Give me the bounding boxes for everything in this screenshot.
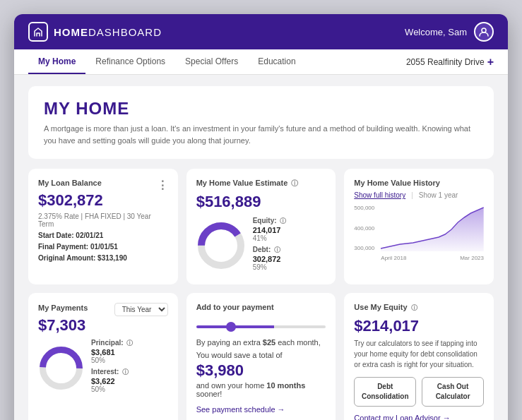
payments-title: My Payments: [38, 304, 88, 312]
main-content: MY HOME A mortgage is more than just a l…: [14, 75, 508, 420]
home-value-title: My Home Value Estimate ⓘ: [196, 179, 326, 188]
nav-bar: My Home Refinance Options Special Offers…: [14, 49, 508, 75]
nav-item-offers[interactable]: Special Offers: [175, 49, 248, 74]
payments-card: My Payments This Year $7,303 Principa: [28, 293, 178, 420]
header-right: Welcome, Sam: [405, 22, 494, 42]
equity-buttons: Debt Consolidation Cash Out Calculator: [354, 377, 484, 407]
payments-donut-area: Principal: ⓘ $3,681 50% Interest: ⓘ $3,: [38, 339, 168, 397]
payments-donut: [38, 345, 84, 391]
nav-address[interactable]: 2055 Realfinity Drive +: [406, 56, 494, 68]
logo-area: HOMEDASHBOARD: [28, 22, 162, 42]
equity-value: $214,017: [354, 317, 484, 335]
loan-start-row: Start Date: 02/01/21: [38, 232, 168, 239]
principal-pct: 50%: [91, 356, 133, 364]
loan-balance-rate: 2.375% Rate | FHA FIXED | 30 Year Term: [38, 212, 168, 228]
history-title: My Home Value History: [354, 179, 484, 187]
address-text: 2055 Realfinity Drive: [406, 57, 485, 67]
payments-legend: Principal: ⓘ $3,681 50% Interest: ⓘ $3,: [91, 339, 133, 397]
logo-light: DASHBOARD: [88, 26, 162, 38]
chart-svg-area: [381, 205, 484, 251]
cash-out-calculator-button[interactable]: Cash Out Calculator: [422, 377, 484, 407]
debt-value: 302,872: [253, 255, 287, 263]
home-value-donut-area: Equity: ⓘ 214,017 41% Debt: ⓘ 302,872: [196, 217, 326, 275]
home-value-legend: Equity: ⓘ 214,017 41% Debt: ⓘ 302,872: [253, 217, 287, 275]
top-cards-grid: My Loan Balance ⋮ $302,872 2.375% Rate |…: [28, 169, 494, 284]
loan-original-row: Original Amount: $313,190: [38, 254, 168, 262]
add-address-icon[interactable]: +: [487, 56, 494, 68]
loan-balance-card: My Loan Balance ⋮ $302,872 2.375% Rate |…: [28, 169, 178, 284]
debt-consolidation-button[interactable]: Debt Consolidation: [354, 377, 416, 407]
add-payment-card: Add to your payment By paying an extra $…: [186, 293, 336, 420]
payment-slider-container: [196, 318, 326, 331]
bottom-cards-grid: My Payments This Year $7,303 Principa: [28, 293, 494, 420]
savings-text: By paying an extra $25 each month, You w…: [196, 337, 326, 361]
principal-value: $3,681: [91, 348, 133, 356]
add-payment-title: Add to your payment: [196, 303, 326, 311]
payments-header: My Payments This Year: [38, 303, 168, 316]
header: HOMEDASHBOARD Welcome, Sam: [14, 14, 508, 49]
hero-description: A mortgage is more than just a loan. It'…: [44, 123, 478, 146]
payment-schedule-link[interactable]: See payment schedule →: [196, 405, 326, 414]
show-full-history-link[interactable]: Show full history: [354, 191, 405, 199]
user-avatar[interactable]: [474, 22, 494, 42]
x-labels: April 2018 Mar 2023: [381, 255, 484, 261]
welcome-text: Welcome, Sam: [405, 27, 467, 37]
principal-legend: Principal: ⓘ $3,681 50%: [91, 339, 133, 364]
payment-slider[interactable]: [196, 325, 326, 328]
extra-amount: $25: [263, 338, 275, 347]
nav-item-refinance[interactable]: Refinance Options: [85, 49, 175, 74]
interest-value: $3,622: [91, 377, 133, 385]
equity-value: 214,017: [253, 226, 287, 234]
months-saved: 10 months: [266, 381, 305, 390]
loan-final-row: Final Payment: 01/01/51: [38, 243, 168, 251]
logo-bold: HOME: [54, 26, 88, 38]
equity-legend-item: Equity: ⓘ 214,017 41%: [253, 217, 287, 242]
chart-controls: Show full history | Show 1 year: [354, 191, 484, 199]
home-value-info-icon: ⓘ: [291, 179, 298, 187]
debt-legend-item: Debt: ⓘ 302,872 59%: [253, 246, 287, 271]
equity-info: ⓘ: [280, 217, 286, 224]
loan-balance-menu[interactable]: ⋮: [157, 179, 168, 192]
interest-legend: Interest: ⓘ $3,622 50%: [91, 368, 133, 393]
svg-point-0: [482, 28, 486, 32]
debt-info: ⓘ: [274, 246, 280, 253]
nav-item-education[interactable]: Education: [248, 49, 305, 74]
logo-text: HOMEDASHBOARD: [54, 26, 162, 38]
y-labels: 500,000 400,000 300,000: [354, 205, 374, 251]
debt-pct: 59%: [253, 263, 287, 271]
equity-title-info: ⓘ: [411, 304, 417, 311]
savings-amount: $3,980: [196, 361, 326, 380]
principal-info: ⓘ: [126, 340, 133, 347]
app-window: HOMEDASHBOARD Welcome, Sam My Home Refin…: [14, 14, 508, 420]
equity-card: Use My Equity ⓘ $214,017 Try our calcula…: [344, 293, 494, 420]
interest-pct: 50%: [91, 385, 133, 393]
nav-item-my-home[interactable]: My Home: [28, 49, 85, 74]
loan-balance-value: $302,872: [38, 191, 168, 210]
equity-title: Use My Equity ⓘ: [354, 303, 484, 313]
loan-advisor-link[interactable]: Contact my Loan Advisor →: [354, 414, 484, 420]
home-value-card: My Home Value Estimate ⓘ $516,889 Equity…: [186, 169, 336, 284]
home-value-amount: $516,889: [196, 193, 326, 211]
nav-items: My Home Refinance Options Special Offers…: [28, 49, 306, 74]
interest-info: ⓘ: [122, 368, 129, 376]
show-year-link[interactable]: Show 1 year: [419, 191, 458, 199]
history-line-chart: [381, 205, 484, 251]
savings-sub: and own your home 10 months sooner!: [196, 381, 326, 398]
history-card: My Home Value History Show full history …: [344, 169, 494, 284]
chart-sep: |: [411, 191, 413, 199]
history-chart: 500,000 400,000 300,000: [354, 205, 484, 261]
equity-description: Try our calculators to see if tapping in…: [354, 338, 484, 370]
payments-value: $7,303: [38, 316, 168, 335]
year-select[interactable]: This Year: [114, 303, 168, 316]
hero-title: MY HOME: [44, 99, 478, 119]
hero-card: MY HOME A mortgage is more than just a l…: [28, 86, 494, 159]
home-value-donut: [196, 221, 246, 270]
logo-icon: [28, 22, 48, 42]
loan-balance-title: My Loan Balance ⋮: [38, 179, 168, 187]
equity-pct: 41%: [253, 234, 287, 242]
